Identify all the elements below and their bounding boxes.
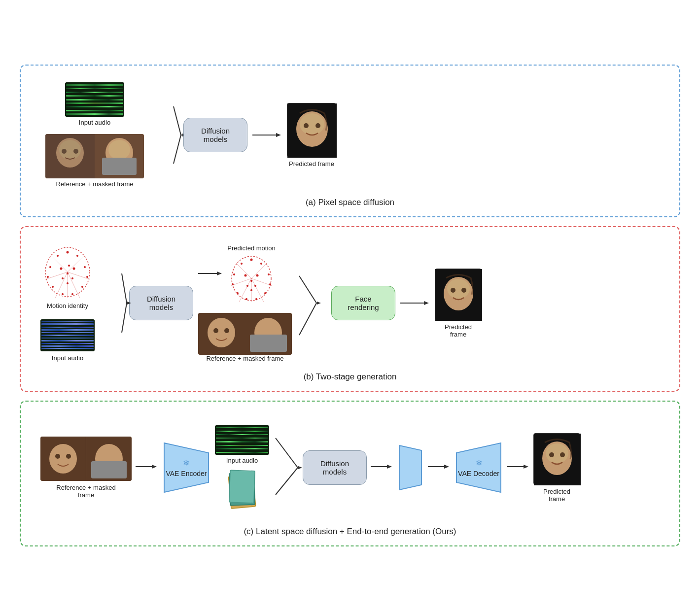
svg-marker-120: [524, 465, 528, 469]
section-c-flow: Reference + masked frame ❄: [35, 413, 665, 522]
svg-point-62: [264, 292, 266, 294]
latent-output-shape-c: [397, 443, 424, 492]
svg-point-64: [255, 298, 257, 300]
svg-line-71: [236, 263, 251, 278]
svg-point-22: [67, 251, 69, 253]
arrow-right-b: [400, 296, 430, 310]
svg-point-80: [213, 328, 218, 333]
latent-col-c: Input audio: [215, 425, 269, 510]
result-face-a: [287, 103, 336, 157]
merge-arrows-b-right: [297, 244, 331, 362]
svg-point-97: [49, 444, 77, 474]
svg-line-110: [276, 468, 298, 495]
diffusion-label-c: Diffusion models: [303, 450, 367, 485]
panel-a-label: (a) Pixel space diffusion: [35, 198, 665, 207]
merge-arrows-c: [273, 418, 303, 517]
mid-col-b: Predicted motion: [198, 244, 292, 362]
svg-point-99: [66, 454, 71, 459]
svg-marker-104: [152, 465, 157, 469]
svg-point-95: [461, 288, 466, 293]
svg-line-40: [50, 255, 68, 272]
output-col-c: Predicted frame: [533, 433, 580, 503]
arrow-c3: [428, 461, 450, 475]
svg-point-33: [60, 267, 63, 270]
face-masked-b: [245, 313, 292, 355]
ref-masked-b: Reference + masked frame: [198, 313, 292, 362]
svg-point-98: [55, 454, 60, 459]
face-masked-a: [95, 134, 144, 178]
svg-marker-115: [399, 445, 421, 490]
svg-point-38: [71, 277, 73, 279]
face-real-b: [198, 313, 245, 355]
section-b-flow: Motion identity: [35, 239, 665, 367]
diffusion-box-b: Diffusion models: [129, 286, 193, 320]
main-container: Input audio: [10, 55, 690, 556]
svg-point-35: [73, 267, 75, 270]
arrow-c1: [136, 461, 158, 475]
svg-marker-117: [444, 465, 449, 469]
vae-decoder-text-c: VAE Decoder: [458, 470, 499, 477]
svg-marker-13: [182, 134, 183, 136]
svg-line-45: [55, 272, 68, 298]
svg-marker-88: [317, 302, 321, 305]
svg-point-27: [47, 276, 49, 278]
merge-arrows-a: [144, 91, 183, 179]
arrow-right-a: [252, 128, 282, 142]
diffusion-box-c: Diffusion models: [303, 450, 367, 485]
svg-marker-90: [424, 301, 429, 305]
output-col-a: Predicted frame: [287, 103, 336, 168]
vae-encoder-text-c: VAE Encoder: [166, 470, 207, 477]
predicted-motion-row: Predicted motion: [198, 244, 292, 303]
face-real-c: [40, 437, 86, 481]
svg-point-26: [84, 266, 86, 268]
section-a-flow: Input audio: [35, 77, 665, 193]
vae-encoder-shape-c: ❄ VAE Encoder: [162, 441, 211, 495]
ref-masked-label-c: Reference + masked frame: [56, 484, 115, 499]
input-audio-b: Input audio: [40, 319, 95, 362]
motion-identity-label-b: Motion identity: [47, 302, 88, 309]
svg-rect-5: [45, 134, 95, 178]
svg-rect-102: [91, 461, 127, 478]
svg-line-43: [68, 272, 90, 279]
svg-point-58: [268, 273, 270, 275]
svg-line-41: [68, 255, 85, 272]
output-label-b: Predicted frame: [445, 323, 472, 338]
svg-rect-108: [229, 470, 255, 503]
svg-point-24: [76, 255, 78, 257]
output-label-c: Predicted frame: [543, 488, 570, 503]
svg-point-37: [62, 277, 64, 279]
svg-point-93: [447, 279, 470, 299]
diffusion-label-b: Diffusion models: [129, 286, 193, 320]
svg-line-109: [276, 438, 298, 468]
svg-point-8: [108, 140, 130, 160]
svg-point-55: [241, 263, 243, 265]
svg-rect-84: [250, 335, 287, 352]
input-audio-label-b: Input audio: [52, 354, 83, 362]
svg-line-11: [174, 135, 181, 164]
svg-point-30: [81, 286, 83, 288]
panel-b-label: (b) Two-stage generation: [35, 372, 665, 382]
svg-point-56: [260, 263, 262, 265]
face-ref-b: [198, 313, 292, 355]
input-audio-a: Input audio: [65, 82, 124, 126]
output-label-a: Predicted frame: [289, 160, 334, 168]
svg-marker-112: [298, 466, 302, 469]
face-ref-a: [45, 134, 144, 178]
diffusion-label-a: Diffusion models: [183, 118, 247, 152]
result-face-b: [435, 269, 482, 320]
svg-point-125: [560, 452, 565, 457]
diffusion-box-a: Diffusion models: [183, 118, 247, 152]
svg-point-34: [68, 265, 70, 267]
snowflake-icon-decoder: ❄: [476, 458, 482, 468]
svg-point-54: [250, 258, 253, 261]
svg-point-29: [52, 286, 54, 288]
svg-line-42: [45, 272, 68, 279]
svg-point-94: [451, 288, 455, 293]
input-audio-c: Input audio: [215, 425, 269, 464]
svg-point-63: [245, 298, 247, 300]
panel-a: Input audio: [20, 65, 680, 217]
panel-b: Motion identity: [20, 226, 680, 392]
svg-line-85: [299, 276, 316, 303]
svg-point-66: [256, 274, 259, 276]
face-rendering-label-b: Face rendering: [331, 286, 395, 320]
